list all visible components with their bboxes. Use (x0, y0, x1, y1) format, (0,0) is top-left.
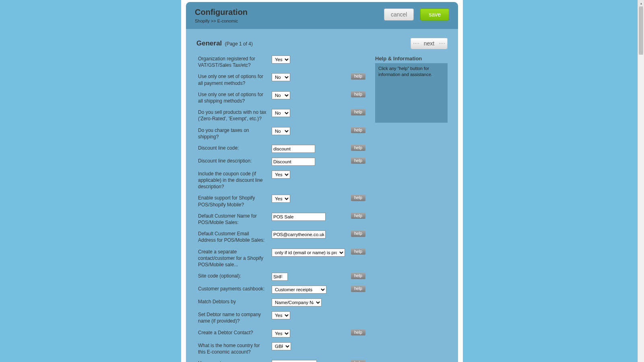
input-pos_name[interactable] (272, 213, 326, 221)
help-panel-box: Click any "help" button for information … (375, 63, 448, 123)
label-discount_code: Discount line code: (196, 145, 267, 151)
input-pos_enable[interactable]: Yes (272, 195, 290, 203)
label-vat_registered: Organization registered for VAT/GST/Sale… (196, 56, 267, 68)
form-row-debtor_contact: Create a Debtor Contact?Yeshelp (196, 329, 365, 337)
input-discount_desc[interactable] (272, 158, 315, 166)
section-title: General (196, 39, 222, 47)
vertical-scrollbar[interactable]: ▴ (638, 0, 644, 362)
help-button-cashbook[interactable]: help (351, 286, 365, 292)
form-row-match_debtors: Match Debtors byName/Company Name (196, 298, 365, 306)
form-column: Organization registered for VAT/GST/Sale… (196, 56, 365, 362)
label-debtor_contact: Create a Debtor Contact? (196, 329, 267, 336)
form-row-pos_email: Default Customer Email Address for POS/M… (196, 230, 365, 243)
label-site_code: Site code (optional): (196, 273, 267, 279)
form-row-discount_desc: Discount line description:help (196, 158, 365, 166)
form-row-home_cust_group: Home customer group:Domestic customershe… (196, 360, 365, 362)
input-home_country[interactable]: GBR (272, 342, 291, 350)
label-one_shipping_options: Use only one set of options for all ship… (196, 91, 267, 104)
save-button[interactable]: save (420, 8, 449, 21)
help-button-zero_rated[interactable]: help (351, 109, 365, 115)
input-match_debtors[interactable]: Name/Company Name (272, 298, 322, 306)
help-button-pos_separate[interactable]: help (351, 249, 365, 255)
configuration-card: Configuration Shopify >> E-conomic cance… (186, 2, 458, 362)
label-one_payment_options: Use only one set of options for all paym… (196, 73, 267, 86)
next-button[interactable]: next (411, 38, 448, 49)
help-panel: Help & Information Click any "help" butt… (375, 56, 448, 123)
breadcrumb: Shopify >> E-conomic (195, 19, 248, 23)
form-row-pos_name: Default Customer Name for POS/Mobile Sal… (196, 213, 365, 226)
input-debtor_company[interactable]: Yes (272, 311, 290, 319)
form-row-site_code: Site code (optional):help (196, 273, 365, 281)
label-pos_name: Default Customer Name for POS/Mobile Sal… (196, 213, 267, 226)
input-include_coupon[interactable]: Yes (272, 171, 290, 179)
help-panel-title: Help & Information (375, 56, 448, 62)
form-row-one_shipping_options: Use only one set of options for all ship… (196, 91, 365, 104)
label-pos_email: Default Customer Email Address for POS/M… (196, 230, 267, 243)
input-vat_registered[interactable]: Yes (272, 56, 290, 64)
input-debtor_contact[interactable]: Yes (272, 329, 290, 337)
form-row-pos_enable: Enable support for Shopify POS/Shopify M… (196, 195, 365, 208)
scroll-up-arrow-icon[interactable]: ▴ (638, 0, 644, 6)
form-row-tax_shipping: Do you charge taxes on shipping?Nohelp (196, 127, 365, 140)
header: Configuration Shopify >> E-conomic cance… (186, 2, 458, 29)
label-cashbook: Customer payments cashbook: (196, 286, 267, 292)
page-indicator: (Page 1 of 4) (225, 41, 253, 47)
form-row-discount_code: Discount line code:help (196, 145, 365, 153)
form-row-vat_registered: Organization registered for VAT/GST/Sale… (196, 56, 365, 68)
page-title: Configuration (195, 8, 248, 17)
help-button-one_shipping_options[interactable]: help (351, 91, 365, 98)
label-zero_rated: Do you sell products with no tax ('Zero-… (196, 109, 267, 122)
label-include_coupon: Include the coupon code (if applicable) … (196, 171, 267, 190)
scrollbar-thumb[interactable] (639, 6, 643, 55)
help-button-pos_email[interactable]: help (351, 230, 365, 237)
help-button-discount_code[interactable]: help (351, 145, 365, 151)
help-button-one_payment_options[interactable]: help (351, 73, 365, 80)
help-button-pos_enable[interactable]: help (351, 195, 365, 201)
label-pos_separate: Create a separate contact/customer for a… (196, 249, 267, 268)
input-discount_code[interactable] (272, 145, 315, 153)
label-tax_shipping: Do you charge taxes on shipping? (196, 127, 267, 140)
input-tax_shipping[interactable]: No (272, 127, 290, 135)
form-row-one_payment_options: Use only one set of options for all paym… (196, 73, 365, 86)
label-home_country: What is the home country for this E-cono… (196, 342, 267, 355)
help-button-discount_desc[interactable]: help (351, 158, 365, 164)
form-row-pos_separate: Create a separate contact/customer for a… (196, 249, 365, 268)
form-row-debtor_company: Set Debtor name to company name (if prov… (196, 311, 365, 324)
help-button-pos_name[interactable]: help (351, 213, 365, 219)
label-pos_enable: Enable support for Shopify POS/Shopify M… (196, 195, 267, 208)
form-row-cashbook: Customer payments cashbook:Customer rece… (196, 286, 365, 294)
help-button-home_cust_group[interactable]: help (351, 360, 365, 362)
input-pos_email[interactable] (272, 230, 326, 239)
form-row-include_coupon: Include the coupon code (if applicable) … (196, 171, 365, 190)
label-discount_desc: Discount line description: (196, 158, 267, 164)
input-pos_separate[interactable]: only if id (email or name) is provided (272, 249, 345, 257)
help-button-tax_shipping[interactable]: help (351, 127, 365, 134)
input-zero_rated[interactable]: No (272, 109, 290, 117)
input-one_shipping_options[interactable]: No (272, 91, 290, 99)
cancel-button[interactable]: cancel (384, 8, 414, 21)
input-cashbook[interactable]: Customer receipts (272, 286, 326, 294)
input-home_cust_group[interactable]: Domestic customers (272, 360, 317, 362)
help-button-site_code[interactable]: help (351, 273, 365, 279)
label-match_debtors: Match Debtors by (196, 298, 267, 305)
form-row-home_country: What is the home country for this E-cono… (196, 342, 365, 355)
help-button-debtor_contact[interactable]: help (351, 329, 365, 336)
label-home_cust_group: Home customer group: (196, 360, 267, 362)
input-site_code[interactable] (272, 273, 288, 281)
input-one_payment_options[interactable]: No (272, 73, 290, 81)
form-row-zero_rated: Do you sell products with no tax ('Zero-… (196, 109, 365, 122)
label-debtor_company: Set Debtor name to company name (if prov… (196, 311, 267, 324)
